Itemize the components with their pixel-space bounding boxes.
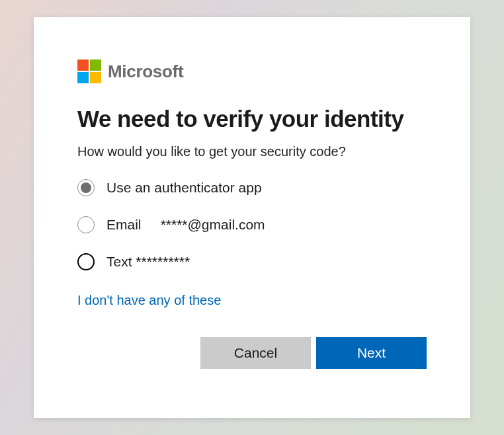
option-email[interactable]: Email *****@gmail.com [77,216,427,233]
page-title: We need to verify your identity [77,106,427,132]
radio-icon [77,216,95,233]
no-options-link[interactable]: I don't have any of these [77,293,221,308]
option-label: Email *****@gmail.com [106,217,265,233]
option-authenticator-app[interactable]: Use an authenticator app [77,179,427,196]
option-text[interactable]: Text ********** [77,253,427,270]
next-button[interactable]: Next [316,337,427,369]
button-row: Cancel Next [200,337,427,369]
cancel-button[interactable]: Cancel [200,337,311,369]
logo-row: Microsoft [77,59,427,83]
radio-icon [77,179,95,196]
subtitle: How would you like to get your security … [77,144,427,159]
brand-name: Microsoft [108,61,183,82]
radio-icon [77,253,95,270]
verification-options: Use an authenticator app Email *****@gma… [77,179,427,270]
option-label: Text ********** [106,254,190,270]
dialog-card: Microsoft We need to verify your identit… [34,17,470,418]
microsoft-logo-icon [77,59,101,83]
option-label: Use an authenticator app [106,180,262,196]
